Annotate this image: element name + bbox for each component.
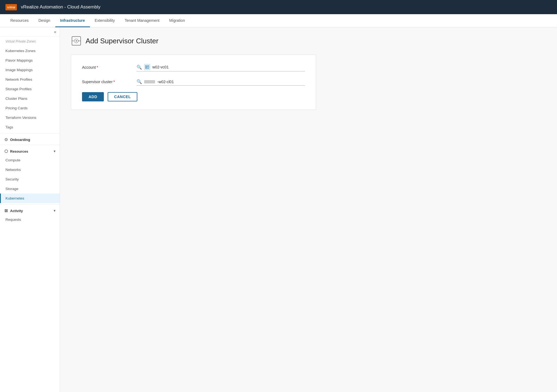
svg-rect-8	[146, 68, 148, 68]
nav-resources[interactable]: Resources	[5, 14, 34, 27]
account-required: *	[97, 65, 98, 70]
activity-label: Activity	[10, 209, 23, 213]
account-type-icon	[144, 64, 150, 70]
sidebar-item-kubernetes-zones[interactable]: Kubernetes Zones	[0, 46, 60, 56]
vmw-logo: vmw	[5, 4, 17, 10]
page-title: Add Supervisor Cluster	[86, 37, 158, 45]
svg-point-2	[76, 40, 77, 41]
main-layout: « Virtual Private Zones Kubernetes Zones…	[0, 27, 557, 392]
supervisor-placeholder-bar	[144, 80, 155, 83]
nav-bar: Resources Design Infrastructure Extensib…	[0, 14, 557, 27]
sidebar-section-onboarding[interactable]: ⊙ Onboarding	[0, 134, 60, 144]
sidebar-collapse-area: «	[0, 27, 60, 37]
activity-icon: ⊠	[4, 208, 8, 213]
account-search-icon: 🔍	[137, 65, 142, 70]
resources-icon: ⬡	[4, 149, 8, 154]
sidebar-item-storage[interactable]: Storage	[0, 184, 60, 194]
account-label: Account*	[82, 65, 131, 70]
button-row: ADD CANCEL	[82, 92, 305, 101]
resources-label: Resources	[10, 149, 28, 153]
onboarding-label: Onboarding	[10, 138, 30, 142]
supervisor-value: -w02-cl01	[157, 80, 174, 84]
sidebar-item-compute[interactable]: Compute	[0, 155, 60, 165]
supervisor-cluster-row: Supervisor cluster* 🔍 -w02-cl01	[82, 78, 305, 86]
sidebar-item-flavor-mappings[interactable]: Flavor Mappings	[0, 56, 60, 65]
add-button[interactable]: ADD	[82, 92, 104, 101]
sidebar-item-requests[interactable]: Requests	[0, 215, 60, 224]
sidebar-divider-2	[0, 145, 60, 145]
sidebar-item-kubernetes[interactable]: Kubernetes	[0, 194, 60, 203]
nav-tenant-management[interactable]: Tenant Management	[120, 14, 164, 27]
supervisor-field-wrapper[interactable]: 🔍 -w02-cl01	[137, 78, 305, 86]
sidebar-item-image-mappings[interactable]: Image Mappings	[0, 65, 60, 75]
sidebar-item-pricing-cards[interactable]: Pricing Cards	[0, 103, 60, 113]
sidebar-item-networks[interactable]: Networks	[0, 165, 60, 174]
onboarding-icon: ⊙	[4, 137, 8, 142]
top-header: vmw vRealize Automation - Cloud Assembly	[0, 0, 557, 14]
nav-infrastructure[interactable]: Infrastructure	[55, 14, 90, 27]
resources-chevron: ▾	[54, 149, 55, 153]
nav-extensibility[interactable]: Extensibility	[90, 14, 120, 27]
sidebar-collapse-button[interactable]: «	[54, 29, 56, 34]
sidebar-item-virtual-private-zones[interactable]: Virtual Private Zones	[0, 37, 60, 46]
supervisor-cluster-icon	[71, 35, 82, 46]
svg-rect-6	[146, 66, 148, 67]
supervisor-required: *	[113, 80, 115, 84]
supervisor-search-icon: 🔍	[137, 79, 142, 84]
sidebar-item-network-profiles[interactable]: Network Profiles	[0, 75, 60, 84]
content-area: Add Supervisor Cluster Account* 🔍	[60, 27, 557, 392]
sidebar-item-security[interactable]: Security	[0, 174, 60, 184]
sidebar-section-activity[interactable]: ⊠ Activity ▾	[0, 206, 60, 215]
account-value: w02-vc01	[152, 65, 169, 69]
nav-design[interactable]: Design	[34, 14, 55, 27]
sidebar-item-tags[interactable]: Tags	[0, 122, 60, 132]
sidebar: « Virtual Private Zones Kubernetes Zones…	[0, 27, 60, 392]
sidebar-item-storage-profiles[interactable]: Storage Profiles	[0, 84, 60, 94]
cancel-button[interactable]: CANCEL	[108, 92, 137, 101]
sidebar-divider-3	[0, 204, 60, 204]
sidebar-divider-1	[0, 133, 60, 133]
account-field-wrapper[interactable]: 🔍 w02-vc01	[137, 63, 305, 71]
sidebar-item-terraform-versions[interactable]: Terraform Versions	[0, 113, 60, 122]
nav-migration[interactable]: Migration	[164, 14, 190, 27]
account-row: Account* 🔍 w02-vc01	[82, 63, 305, 71]
svg-rect-7	[146, 67, 147, 67]
supervisor-label: Supervisor cluster*	[82, 80, 131, 84]
app-title: vRealize Automation - Cloud Assembly	[21, 4, 100, 10]
sidebar-item-cluster-plans[interactable]: Cluster Plans	[0, 94, 60, 103]
sidebar-section-resources[interactable]: ⬡ Resources ▾	[0, 146, 60, 155]
form-section: Account* 🔍 w02-vc01	[71, 55, 316, 110]
activity-chevron: ▾	[54, 209, 55, 213]
page-header: Add Supervisor Cluster	[71, 35, 546, 46]
